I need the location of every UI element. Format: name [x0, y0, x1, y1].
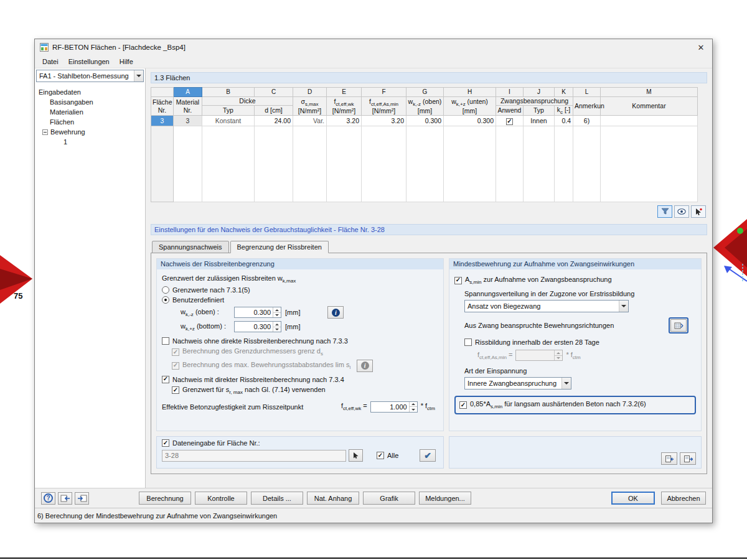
tab-begrenzung-rissbreiten[interactable]: Begrenzung der Rissbreiten — [230, 241, 329, 253]
close-button[interactable]: ✕ — [690, 39, 712, 55]
cell-d[interactable]: 24.00 — [255, 116, 293, 126]
eye-icon — [677, 208, 686, 215]
cell-sigma[interactable]: Var. — [293, 116, 327, 126]
directions-icon — [674, 322, 684, 330]
col-letter-k[interactable]: K — [555, 88, 573, 97]
nat-anhang-button[interactable]: Nat. Anhang — [307, 492, 359, 505]
col-letter-e[interactable]: E — [327, 88, 362, 97]
grafik-button[interactable]: Grafik — [363, 492, 415, 505]
restraint-select[interactable]: Innere Zwangbeanspruchung — [464, 377, 571, 390]
spinner-arrows[interactable] — [273, 307, 281, 317]
col-letter-f[interactable]: F — [362, 88, 406, 97]
collapse-icon[interactable] — [42, 129, 48, 135]
tree-item-bewehrung-1[interactable]: 1 — [36, 137, 144, 147]
stress-distribution-select[interactable]: Ansatz von Biegezwang — [464, 300, 629, 312]
cell-anmerkung[interactable]: 6) — [573, 116, 601, 126]
spinner-arrows[interactable] — [409, 402, 417, 412]
cb-grenzwert-sr[interactable]: Grenzwert für sr, max nach Gl. (7.14) ve… — [172, 386, 438, 395]
empty-rows — [151, 126, 698, 202]
menu-einstellungen[interactable]: Einstellungen — [63, 57, 115, 67]
cell-wkminus[interactable]: 0.300 — [406, 116, 444, 126]
radio-icon — [162, 286, 169, 294]
pick-cursor-icon — [352, 452, 359, 459]
cb-nachweis-ohne[interactable]: Nachweis ohne direkte Rissbreitenberechn… — [162, 337, 438, 345]
filter-button[interactable] — [657, 205, 672, 218]
cell-fctwk[interactable]: 3.20 — [327, 116, 362, 126]
pick-surface-button[interactable] — [349, 449, 363, 462]
berechnung-button[interactable]: Berechnung — [139, 492, 191, 505]
fct-eff-wk-spinner[interactable]: 1.000 — [370, 401, 418, 413]
row-header-3[interactable]: 3 — [151, 116, 174, 126]
zwang-anwend-checkbox[interactable] — [506, 118, 513, 125]
slow-hardening-option[interactable]: 0,85*As,min für langsam aushärtenden Bet… — [454, 396, 696, 414]
crack-width-info-button[interactable]: i — [327, 306, 344, 319]
wk-oben-row: wk,-z (oben) : 0.300 [mm] i — [162, 306, 438, 319]
cb-28days[interactable]: Rissbildung innerhalb der ersten 28 Tage — [464, 338, 696, 346]
surfaces-table: A B C D E F G H I J K L M — [151, 87, 698, 202]
col-letter-g[interactable]: G — [406, 88, 444, 97]
kontrolle-button[interactable]: Kontrolle — [195, 492, 247, 505]
cb-grenzdurchmesser: Berechnung des Grenzdurchmessers grenz d… — [172, 347, 438, 357]
cell-zwangtyp[interactable]: Innen — [524, 116, 555, 126]
tree-item-basisangaben[interactable]: Basisangaben — [36, 97, 144, 107]
cb-asmin[interactable]: As,min zur Aufnahme von Zwangsbeanspruch… — [454, 276, 696, 285]
cell-kommentar[interactable] — [601, 116, 698, 126]
col-letter-h[interactable]: H — [444, 88, 496, 97]
cell-material[interactable]: 3 — [174, 116, 202, 126]
menu-datei[interactable]: Datei — [37, 57, 63, 67]
cell-typ[interactable]: Konstant — [202, 116, 255, 126]
col-letter-b[interactable]: B — [202, 88, 255, 97]
fctm-label: * fctm — [566, 351, 580, 360]
tree-item-bewehrung[interactable]: Bewehrung — [36, 127, 144, 137]
tab-strip: Spannungsnachweis Begrenzung der Rissbre… — [151, 241, 707, 253]
wk-oben-spinner[interactable]: 0.300 — [234, 307, 281, 318]
previous-dialog-button[interactable] — [58, 492, 72, 505]
radio-benutzerdefiniert[interactable]: Benutzerdefiniert — [162, 296, 438, 304]
content-panel: 1.3 Flächen A B C D E — [146, 68, 712, 488]
menu-hilfe[interactable]: Hilfe — [115, 57, 138, 67]
cb-nachweis-mit[interactable]: Nachweis mit direkter Rissbreitenberechn… — [162, 376, 438, 383]
effective-tensile-label: Effektive Betonzugfestigkeit zum Risszei… — [162, 403, 303, 411]
surface-input-panel: Dateneingabe für Fläche Nr.: Alle — [156, 436, 444, 469]
abbrechen-button[interactable]: Abbrechen — [661, 492, 706, 505]
help-button[interactable]: ? — [41, 492, 55, 505]
view-button[interactable] — [674, 205, 689, 218]
cb-dateneingabe[interactable]: Dateneingabe für Fläche Nr.: — [162, 439, 438, 447]
cell-kc[interactable]: 0.4 — [555, 116, 573, 126]
meldungen-button[interactable]: Meldungen... — [419, 492, 471, 505]
tree-item-eingabedaten[interactable]: Eingabedaten — [36, 87, 144, 97]
design-case-select[interactable]: FA1 - Stahlbeton-Bemessung — [36, 70, 144, 82]
tab-spannungsnachweis[interactable]: Spannungsnachweis — [152, 241, 229, 253]
tree-item-materialien[interactable]: Materialien — [36, 107, 144, 117]
col-letter-m[interactable]: M — [601, 88, 698, 97]
apply-button[interactable]: ✔ — [420, 449, 436, 462]
cell-fctas[interactable]: 3.20 — [362, 116, 406, 126]
radio-grenzwerte-code[interactable]: Grenzwerte nach 7.3.1(5) — [162, 286, 438, 294]
col-letter-i[interactable]: I — [496, 88, 524, 97]
col-letter-d[interactable]: D — [293, 88, 327, 97]
bottom-rule — [0, 558, 747, 559]
col-letter-c[interactable]: C — [255, 88, 293, 97]
details-button[interactable]: Details ... — [251, 492, 303, 505]
next-dialog-button[interactable] — [75, 492, 89, 505]
col-letter-l[interactable]: L — [573, 88, 601, 97]
paste-settings-button[interactable] — [680, 452, 696, 465]
cell-wkplus[interactable]: 0.300 — [444, 116, 496, 126]
col-fctas-header: fct,eff,As,min[N/mm²] — [362, 97, 406, 116]
tree-item-flaechen[interactable]: Flächen — [36, 117, 144, 127]
spinner-arrows[interactable] — [273, 322, 281, 332]
settings-header-text: Einstellungen für den Nachweis der Gebra… — [154, 226, 385, 233]
surface-list-input — [162, 450, 346, 462]
stababstand-info-button[interactable]: i — [357, 360, 373, 372]
col-letter-j[interactable]: J — [524, 88, 555, 97]
copy-settings-button[interactable] — [661, 452, 677, 465]
col-letter-a[interactable]: A — [174, 88, 202, 97]
ok-button[interactable]: OK — [611, 492, 655, 505]
col-zwangtyp-header: Typ — [524, 105, 555, 116]
reinforcement-directions-button[interactable] — [670, 319, 687, 332]
wk-bottom-spinner[interactable]: 0.300 — [234, 321, 281, 332]
apply-check-icon: ✔ — [424, 450, 431, 460]
checkbox-checked-icon — [459, 401, 467, 409]
alle-checkbox[interactable] — [377, 452, 384, 459]
pick-in-graphic-button[interactable] — [691, 205, 706, 218]
